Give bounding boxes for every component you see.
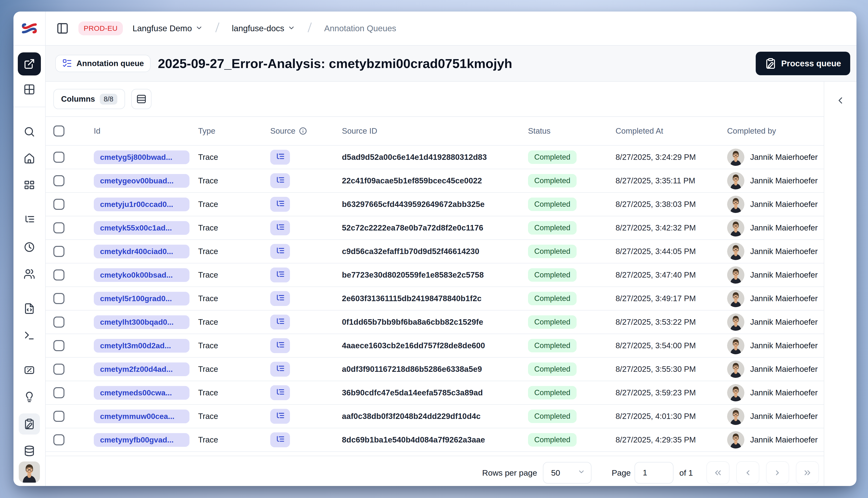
item-id-badge[interactable]: cmetykdr400ciad0... bbox=[94, 245, 190, 258]
item-id-badge[interactable]: cmetyg5j800bwad... bbox=[94, 150, 190, 164]
table-row[interactable]: cmetyl5r100grad0... Trace 2e603f31361115… bbox=[46, 287, 824, 311]
trace-source-icon[interactable] bbox=[270, 338, 290, 353]
table-row[interactable]: cmetymmuw00cea... Trace aaf0c38db0f3f204… bbox=[46, 405, 824, 428]
completed-at: 8/27/2025, 3:35:11 PM bbox=[608, 176, 720, 185]
breadcrumb-org[interactable]: Langfuse Demo bbox=[132, 23, 203, 34]
item-id-badge[interactable]: cmetymmuw00cea... bbox=[94, 409, 190, 423]
sidebar-item-clock-icon[interactable] bbox=[19, 236, 40, 258]
row-checkbox[interactable] bbox=[46, 175, 86, 186]
col-header-completed-by: Completed by bbox=[720, 127, 824, 135]
row-checkbox[interactable] bbox=[46, 434, 86, 445]
table-row[interactable]: cmetyk55x00c1ad... Trace 52c72c2222ea78e… bbox=[46, 216, 824, 240]
table-row[interactable]: cmetymeds00cwa... Trace 36b90cdfc47e5da1… bbox=[46, 381, 824, 405]
row-checkbox[interactable] bbox=[46, 316, 86, 328]
langfuse-logo-icon[interactable] bbox=[21, 22, 38, 35]
item-id-badge[interactable]: cmetyju1r00ccad0... bbox=[94, 198, 190, 211]
page-number-input[interactable]: 1 bbox=[635, 462, 673, 484]
sidebar-item-clipboard-pen-icon[interactable] bbox=[19, 414, 40, 434]
trace-source-icon[interactable] bbox=[270, 150, 290, 165]
sidebar-item-users-icon[interactable] bbox=[19, 263, 40, 285]
sidebar-item-layout-dashboard-icon[interactable] bbox=[19, 175, 40, 196]
sidebar-item-percent-box-icon[interactable] bbox=[19, 359, 40, 381]
select-all-checkbox[interactable] bbox=[46, 126, 86, 136]
breadcrumb-page[interactable]: Annotation Queues bbox=[324, 24, 396, 33]
row-checkbox[interactable] bbox=[46, 270, 86, 280]
sidebar-item-terminal-icon[interactable] bbox=[19, 325, 40, 346]
first-page-button[interactable] bbox=[707, 461, 729, 484]
item-id-badge[interactable]: cmetyko0k00bsad... bbox=[94, 268, 190, 282]
user-avatar[interactable] bbox=[19, 461, 40, 483]
table-row[interactable]: cmetymyfb00gvad... Trace 8dc69b1ba1e540b… bbox=[46, 428, 824, 452]
table-row[interactable]: cmetylht300bqad0... Trace 0f1dd65b7bb9bf… bbox=[46, 311, 824, 334]
previous-page-button[interactable] bbox=[736, 461, 759, 484]
completed-by: Jannik Maierhoefer bbox=[750, 176, 818, 185]
table-body: cmetyg5j800bwad... Trace d5ad9d52a00c6e1… bbox=[46, 146, 824, 452]
table-row[interactable]: cmetym2fz00d4ad... Trace a0df3f901167218… bbox=[46, 358, 824, 381]
table-row[interactable]: cmetyko0k00bsad... Trace be7723e30d80205… bbox=[46, 263, 824, 287]
row-checkbox[interactable] bbox=[46, 293, 86, 304]
trace-source-icon[interactable] bbox=[270, 220, 290, 235]
trace-source-icon[interactable] bbox=[270, 432, 290, 447]
item-id-badge[interactable]: cmetylht300bqad0... bbox=[94, 315, 190, 329]
item-id-badge[interactable]: cmetymeds00cwa... bbox=[94, 386, 190, 400]
row-checkbox[interactable] bbox=[46, 411, 86, 422]
sidebar-item-search-icon[interactable] bbox=[19, 121, 40, 142]
row-checkbox[interactable] bbox=[46, 199, 86, 210]
table-row[interactable]: cmetykdr400ciad0... Trace c9d56ca32efaff… bbox=[46, 240, 824, 263]
item-id-badge[interactable]: cmetylt3m00d2ad... bbox=[94, 339, 190, 353]
row-checkbox[interactable] bbox=[46, 152, 86, 163]
table-row[interactable]: cmetygeov00buad... Trace 22c41f09acae5b1… bbox=[46, 169, 824, 193]
source-id: 8dc69b1ba1e540b4d084a7f9262a3aae bbox=[334, 435, 520, 444]
process-queue-button[interactable]: Process queue bbox=[756, 52, 850, 75]
sidebar-item-database-icon[interactable] bbox=[19, 440, 40, 461]
row-checkbox[interactable] bbox=[46, 222, 86, 233]
sidebar-item-external-link-icon[interactable] bbox=[18, 52, 41, 76]
item-id-badge[interactable]: cmetymyfb00gvad... bbox=[94, 433, 190, 447]
item-id-badge[interactable]: cmetygeov00buad... bbox=[94, 174, 190, 188]
item-id-badge[interactable]: cmetyl5r100grad0... bbox=[94, 292, 190, 305]
row-checkbox[interactable] bbox=[46, 246, 86, 257]
item-type: Trace bbox=[191, 176, 262, 185]
completed-by: Jannik Maierhoefer bbox=[750, 341, 818, 350]
chevron-down-icon bbox=[578, 468, 585, 477]
sidebar-divider bbox=[13, 107, 46, 107]
trace-source-icon[interactable] bbox=[270, 244, 290, 259]
table-row[interactable]: cmetylt3m00d2ad... Trace 4aaece1603cb2e1… bbox=[46, 334, 824, 358]
sidebar-item-list-tree-icon[interactable] bbox=[19, 210, 40, 231]
trace-source-icon[interactable] bbox=[270, 385, 290, 400]
item-id-badge[interactable]: cmetyk55x00c1ad... bbox=[94, 221, 190, 235]
sidebar-item-home-icon[interactable] bbox=[19, 148, 40, 169]
page-total-label: of 1 bbox=[679, 468, 693, 477]
next-page-button[interactable] bbox=[766, 461, 789, 484]
row-checkbox[interactable] bbox=[46, 340, 86, 351]
table-row[interactable]: cmetyju1r00ccad0... Trace b63297665cfd44… bbox=[46, 193, 824, 216]
sidebar-item-file-code-icon[interactable] bbox=[19, 298, 40, 319]
trace-source-icon[interactable] bbox=[270, 197, 290, 212]
last-page-button[interactable] bbox=[796, 461, 819, 484]
row-checkbox[interactable] bbox=[46, 387, 86, 398]
sidebar-toggle-button[interactable] bbox=[56, 22, 69, 35]
completed-by: Jannik Maierhoefer bbox=[750, 317, 818, 327]
collapse-panel-button[interactable] bbox=[833, 93, 847, 108]
item-id-badge[interactable]: cmetym2fz00d4ad... bbox=[94, 363, 190, 376]
col-header-type: Type bbox=[191, 127, 262, 135]
trace-source-icon[interactable] bbox=[270, 409, 290, 424]
sidebar-item-lightbulb-icon[interactable] bbox=[19, 386, 40, 408]
completed-by: Jannik Maierhoefer bbox=[750, 153, 818, 162]
rows-per-page-select[interactable]: 50 bbox=[543, 462, 592, 484]
avatar bbox=[727, 290, 744, 307]
columns-button[interactable]: Columns 8/8 bbox=[53, 89, 125, 109]
trace-source-icon[interactable] bbox=[270, 291, 290, 306]
row-height-button[interactable] bbox=[131, 89, 152, 109]
sidebar-item-grid-2x2-icon[interactable] bbox=[19, 79, 40, 100]
row-checkbox[interactable] bbox=[46, 364, 86, 375]
avatar bbox=[727, 243, 744, 260]
info-icon[interactable] bbox=[299, 127, 307, 135]
trace-source-icon[interactable] bbox=[270, 315, 290, 329]
environment-badge[interactable]: PROD-EU bbox=[78, 22, 123, 35]
trace-source-icon[interactable] bbox=[270, 362, 290, 377]
table-row[interactable]: cmetyg5j800bwad... Trace d5ad9d52a00c6e1… bbox=[46, 146, 824, 169]
trace-source-icon[interactable] bbox=[270, 267, 290, 283]
breadcrumb-project[interactable]: langfuse-docs bbox=[232, 23, 295, 34]
trace-source-icon[interactable] bbox=[270, 173, 290, 188]
